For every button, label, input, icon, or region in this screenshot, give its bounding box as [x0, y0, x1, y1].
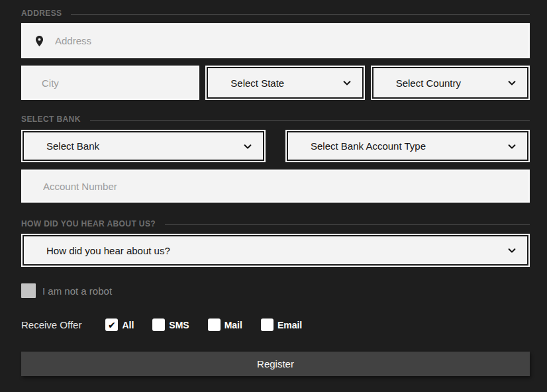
city-input[interactable]: [42, 77, 198, 89]
chevron-down-icon: [243, 142, 252, 151]
hear-section-title: HOW DID YOU HEAR ABOUT US?: [21, 219, 156, 228]
bank-select-inner: Select Bank: [23, 131, 264, 161]
country-select-label: Select Country: [396, 77, 507, 89]
chevron-down-icon: [507, 142, 517, 151]
offer-option-email-label: Email: [277, 320, 302, 330]
account-number-input[interactable]: [43, 181, 528, 192]
checkbox-mail[interactable]: ✔: [208, 318, 221, 331]
captcha-row: I am not a robot: [21, 283, 530, 298]
section-divider: [90, 120, 530, 121]
hear-select-inner: How did you hear about us?: [23, 235, 528, 266]
country-select-inner: Select Country: [372, 67, 528, 99]
receive-offer-row: Receive Offer ✔ All ✔ SMS ✔ Mail: [21, 318, 530, 331]
bank-account-type-select-label: Select Bank Account Type: [311, 140, 507, 152]
address-input[interactable]: [46, 35, 528, 46]
bank-row: Select Bank Select Bank Account Type: [21, 130, 530, 162]
address-section-header: ADDRESS: [21, 9, 530, 18]
hear-section-header: HOW DID YOU HEAR ABOUT US?: [21, 219, 530, 228]
bank-select[interactable]: Select Bank: [21, 130, 266, 162]
offer-option-sms-label: SMS: [169, 320, 189, 330]
captcha-checkbox[interactable]: [21, 283, 36, 298]
chevron-down-icon: [507, 78, 517, 87]
state-select[interactable]: Select State: [205, 66, 364, 100]
bank-section-title: SELECT BANK: [21, 115, 81, 124]
receive-offer-label: Receive Offer: [21, 319, 81, 330]
checkbox-email[interactable]: ✔: [261, 318, 274, 331]
register-button[interactable]: Register: [21, 352, 530, 376]
offer-option-all-label: All: [122, 320, 134, 330]
bank-select-label: Select Bank: [46, 140, 243, 152]
captcha-label: I am not a robot: [42, 285, 112, 297]
offer-option-all[interactable]: ✔ All: [105, 318, 134, 331]
bank-account-type-select-inner: Select Bank Account Type: [287, 131, 528, 161]
bank-section-header: SELECT BANK: [21, 115, 530, 124]
chevron-down-icon: [342, 78, 352, 87]
offer-option-sms[interactable]: ✔ SMS: [152, 318, 189, 331]
section-divider: [71, 14, 530, 15]
hear-select[interactable]: How did you hear about us?: [21, 234, 530, 267]
account-number-field[interactable]: [21, 170, 530, 203]
address-section-title: ADDRESS: [21, 9, 62, 18]
city-field[interactable]: [21, 66, 199, 100]
registration-form: ADDRESS Select State Select Country: [0, 0, 547, 392]
section-divider: [165, 224, 530, 225]
offer-option-mail[interactable]: ✔ Mail: [208, 318, 242, 331]
hear-select-label: How did you hear about us?: [46, 245, 507, 256]
offer-option-mail-label: Mail: [224, 320, 242, 330]
offer-option-email[interactable]: ✔ Email: [261, 318, 302, 331]
offer-options: ✔ All ✔ SMS ✔ Mail ✔ Email: [105, 318, 302, 331]
state-select-inner: Select State: [207, 67, 363, 99]
state-select-label: Select State: [230, 77, 342, 89]
check-icon: ✔: [108, 320, 116, 330]
location-pin-icon: [33, 33, 46, 49]
bank-account-type-select[interactable]: Select Bank Account Type: [285, 130, 530, 162]
checkbox-sms[interactable]: ✔: [152, 318, 165, 331]
city-state-country-row: Select State Select Country: [21, 66, 530, 100]
address-field[interactable]: [21, 23, 530, 58]
register-button-label: Register: [257, 358, 294, 369]
country-select[interactable]: Select Country: [371, 66, 530, 100]
checkbox-all[interactable]: ✔: [105, 318, 118, 331]
chevron-down-icon: [507, 246, 517, 255]
